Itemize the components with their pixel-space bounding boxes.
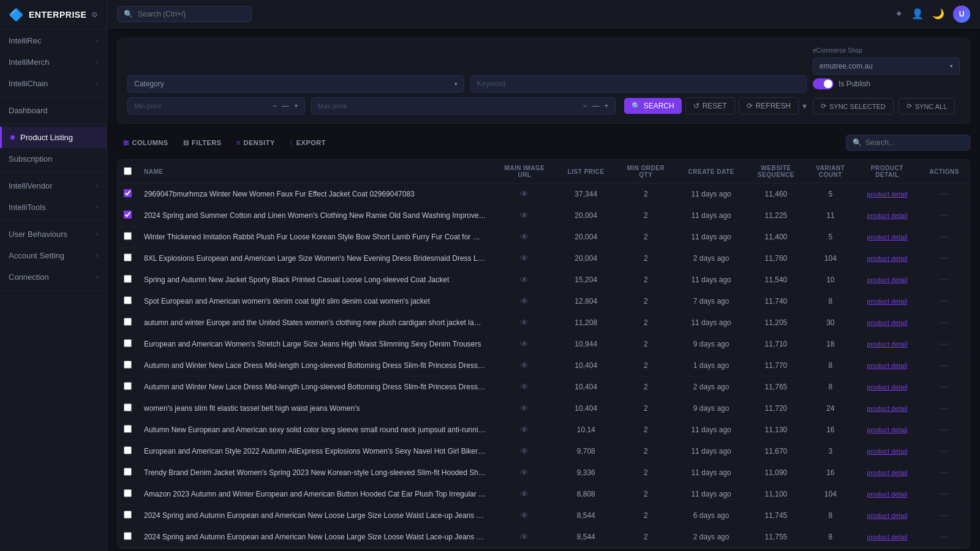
min-price-input[interactable]: Min price − — + — [127, 97, 305, 114]
product-detail-link[interactable]: product detail — [867, 490, 907, 498]
row-checkbox-cell[interactable] — [118, 441, 138, 462]
refresh-button[interactable]: ⟳ REFRESH — [739, 97, 799, 114]
row-image[interactable]: 👁 — [492, 291, 556, 312]
row-product-detail[interactable]: product detail — [855, 355, 919, 377]
row-checkbox-cell[interactable] — [118, 227, 138, 248]
row-product-detail[interactable]: product detail — [855, 248, 919, 269]
sidebar-item-intellivendor[interactable]: IntelliVendor › — [0, 175, 107, 197]
actions-dots-button[interactable]: ··· — [939, 403, 949, 413]
product-detail-link[interactable]: product detail — [867, 362, 907, 369]
row-image[interactable]: 👁 — [492, 248, 556, 269]
filters-button[interactable]: ⊟ FILTERS — [177, 136, 228, 150]
row-product-detail[interactable]: product detail — [855, 184, 919, 205]
ecm-select[interactable]: emutree.com.au ▾ — [813, 58, 960, 75]
select-all-checkbox[interactable] — [124, 167, 132, 175]
row-checkbox[interactable] — [124, 425, 132, 433]
row-checkbox-cell[interactable] — [118, 419, 138, 441]
product-detail-link[interactable]: product detail — [867, 340, 907, 348]
category-select[interactable]: Category ▾ — [127, 75, 464, 92]
row-checkbox[interactable] — [124, 446, 132, 454]
max-price-input[interactable]: Max price − — + — [311, 97, 616, 114]
sidebar-item-user-behaviours[interactable]: User Behaviours › — [0, 223, 107, 245]
actions-dots-button[interactable]: ··· — [939, 446, 949, 456]
sidebar-item-dashboard[interactable]: Dashboard — [0, 100, 107, 121]
eye-icon[interactable]: 👁 — [520, 339, 529, 349]
global-search-input[interactable] — [138, 10, 245, 18]
row-image[interactable]: 👁 — [492, 312, 556, 334]
sidebar-item-subscription[interactable]: Subscription — [0, 148, 107, 170]
row-product-detail[interactable]: product detail — [855, 377, 919, 398]
row-checkbox-cell[interactable] — [118, 398, 138, 419]
row-checkbox-cell[interactable] — [118, 291, 138, 312]
row-actions[interactable]: ··· — [919, 184, 970, 205]
product-detail-link[interactable]: product detail — [867, 512, 907, 519]
row-checkbox-cell[interactable] — [118, 205, 138, 227]
row-checkbox[interactable] — [124, 532, 132, 540]
product-detail-link[interactable]: product detail — [867, 448, 907, 455]
moon-icon[interactable]: 🌙 — [932, 8, 944, 20]
actions-dots-button[interactable]: ··· — [939, 210, 949, 220]
row-image[interactable]: 👁 — [492, 184, 556, 205]
row-image[interactable]: 👁 — [492, 269, 556, 291]
eye-icon[interactable]: 👁 — [520, 403, 529, 413]
actions-dots-button[interactable]: ··· — [939, 253, 949, 263]
export-button[interactable]: ↑ EXPORT — [284, 136, 332, 149]
row-actions[interactable]: ··· — [919, 291, 970, 312]
eye-icon[interactable]: 👁 — [520, 532, 529, 542]
product-detail-link[interactable]: product detail — [867, 533, 907, 541]
search-button[interactable]: 🔍 SEARCH — [624, 98, 682, 114]
table-search-input[interactable] — [865, 138, 963, 147]
product-detail-link[interactable]: product detail — [867, 212, 907, 219]
keyword-input[interactable]: Keyword — [470, 75, 807, 92]
sidebar-item-intellimerch[interactable]: IntelliMerch › — [0, 51, 107, 73]
row-checkbox[interactable] — [124, 318, 132, 326]
product-detail-link[interactable]: product detail — [867, 276, 907, 283]
row-checkbox-cell[interactable] — [118, 527, 138, 548]
row-product-detail[interactable]: product detail — [855, 441, 919, 462]
eye-icon[interactable]: 👁 — [520, 275, 529, 285]
row-actions[interactable]: ··· — [919, 312, 970, 334]
row-product-detail[interactable]: product detail — [855, 419, 919, 441]
reset-button[interactable]: ↺ RESET — [685, 97, 735, 114]
row-checkbox-cell[interactable] — [118, 462, 138, 484]
row-product-detail[interactable]: product detail — [855, 505, 919, 527]
eye-icon[interactable]: 👁 — [520, 446, 529, 456]
row-image[interactable]: 👁 — [492, 205, 556, 227]
row-image[interactable]: 👁 — [492, 441, 556, 462]
actions-dots-button[interactable]: ··· — [939, 467, 949, 478]
row-checkbox-cell[interactable] — [118, 505, 138, 527]
row-actions[interactable]: ··· — [919, 419, 970, 441]
row-actions[interactable]: ··· — [919, 484, 970, 505]
sidebar-item-connection[interactable]: Connection › — [0, 266, 107, 288]
eye-icon[interactable]: 👁 — [520, 296, 529, 306]
row-image[interactable]: 👁 — [492, 527, 556, 548]
row-checkbox-cell[interactable] — [118, 269, 138, 291]
row-actions[interactable]: ··· — [919, 205, 970, 227]
select-all-header[interactable] — [118, 160, 138, 184]
eye-icon[interactable]: 👁 — [520, 211, 529, 220]
global-search[interactable]: 🔍 — [117, 6, 252, 22]
row-image[interactable]: 👁 — [492, 484, 556, 505]
product-detail-link[interactable]: product detail — [867, 383, 907, 391]
row-checkbox[interactable] — [124, 232, 132, 240]
row-checkbox[interactable] — [124, 275, 132, 283]
eye-icon[interactable]: 👁 — [520, 511, 529, 520]
row-image[interactable]: 👁 — [492, 505, 556, 527]
product-detail-link[interactable]: product detail — [867, 190, 907, 198]
table-search[interactable]: 🔍 — [846, 135, 970, 151]
row-image[interactable]: 👁 — [492, 419, 556, 441]
plus-icon-max[interactable]: + — [605, 102, 609, 110]
eye-icon[interactable]: 👁 — [520, 232, 529, 242]
row-actions[interactable]: ··· — [919, 462, 970, 484]
row-product-detail[interactable]: product detail — [855, 227, 919, 248]
sync-all-button[interactable]: ⟳ SYNC ALL — [899, 98, 956, 114]
product-detail-link[interactable]: product detail — [867, 255, 907, 262]
eye-icon[interactable]: 👁 — [520, 425, 529, 435]
density-button[interactable]: ≡ DENSITY — [230, 136, 281, 149]
row-image[interactable]: 👁 — [492, 377, 556, 398]
row-checkbox[interactable] — [124, 511, 132, 519]
product-detail-link[interactable]: product detail — [867, 298, 907, 305]
product-detail-link[interactable]: product detail — [867, 405, 907, 412]
sparkle-icon[interactable]: ✦ — [895, 8, 903, 20]
row-product-detail[interactable]: product detail — [855, 312, 919, 334]
